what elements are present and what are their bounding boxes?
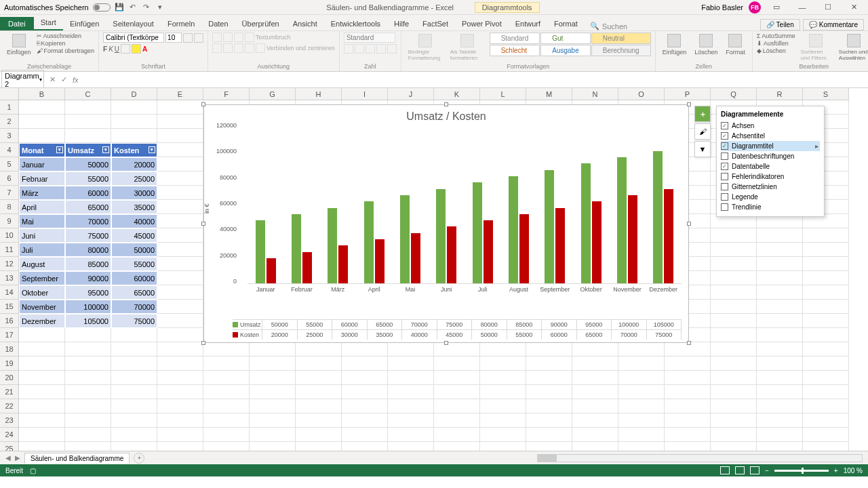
cell[interactable] xyxy=(665,413,711,428)
cell[interactable] xyxy=(711,271,757,285)
row-header-5[interactable]: 5 xyxy=(0,157,19,171)
sheet-tab-active[interactable]: Säulen- und Balkendiagramme xyxy=(24,453,130,464)
col-header-E[interactable]: E xyxy=(157,88,203,100)
cell[interactable]: Oktober xyxy=(19,285,65,300)
cell[interactable] xyxy=(434,342,480,357)
cell[interactable]: Dezember xyxy=(19,314,65,328)
chart-handle-bm[interactable] xyxy=(444,341,448,345)
cell[interactable] xyxy=(803,228,849,243)
cell[interactable] xyxy=(296,413,342,428)
col-header-I[interactable]: I xyxy=(342,88,388,100)
col-header-L[interactable]: L xyxy=(480,88,526,100)
chart-styles-button[interactable]: 🖌 xyxy=(694,123,711,140)
cell[interactable] xyxy=(803,357,849,371)
row-header-19[interactable]: 19 xyxy=(0,357,19,371)
tab-daten[interactable]: Daten xyxy=(201,17,235,30)
redo-icon[interactable]: ↷ xyxy=(142,3,151,12)
cell[interactable] xyxy=(526,342,572,357)
cell[interactable] xyxy=(480,357,526,371)
cell[interactable] xyxy=(342,428,388,442)
style-standard[interactable]: Standard xyxy=(490,33,540,44)
cell[interactable] xyxy=(618,442,665,451)
cell[interactable]: Januar xyxy=(19,157,65,171)
style-berechnung[interactable]: Berechnung xyxy=(591,45,651,56)
style-neutral[interactable]: Neutral xyxy=(591,33,651,44)
tab-einfuegen[interactable]: Einfügen xyxy=(63,17,106,30)
cell[interactable] xyxy=(665,357,711,371)
cell[interactable] xyxy=(19,371,65,385)
cell[interactable] xyxy=(757,314,803,328)
cell[interactable] xyxy=(157,243,203,257)
fill-color-icon[interactable] xyxy=(132,44,141,54)
cell[interactable]: 20000 xyxy=(111,157,157,171)
cell[interactable] xyxy=(803,328,849,342)
cell[interactable] xyxy=(803,428,849,442)
cell[interactable] xyxy=(757,342,803,357)
cell[interactable] xyxy=(711,413,757,428)
horizontal-scrollbar[interactable] xyxy=(537,454,863,462)
cell[interactable] xyxy=(296,357,342,371)
row-header-2[interactable]: 2 xyxy=(0,115,19,129)
format-cells-button[interactable]: Format xyxy=(723,33,748,57)
cell[interactable] xyxy=(65,129,111,143)
cell[interactable] xyxy=(757,385,803,399)
checkbox[interactable]: ✓ xyxy=(721,122,728,129)
cell[interactable] xyxy=(572,428,618,442)
dec-decimal-icon[interactable] xyxy=(387,44,397,54)
cell[interactable] xyxy=(526,413,572,428)
row-header-13[interactable]: 13 xyxy=(0,271,19,285)
cell[interactable] xyxy=(65,357,111,371)
cell[interactable] xyxy=(803,257,849,271)
cell[interactable]: 80000 xyxy=(65,243,111,257)
cell[interactable] xyxy=(618,428,665,442)
align-left-icon[interactable] xyxy=(212,43,222,53)
row-header-3[interactable]: 3 xyxy=(0,129,19,143)
cell[interactable] xyxy=(65,115,111,129)
cell[interactable] xyxy=(572,385,618,399)
file-tab[interactable]: Datei xyxy=(0,17,34,30)
col-header-H[interactable]: H xyxy=(296,88,342,100)
chart-element-item[interactable]: Fehlerindikatoren xyxy=(721,171,820,182)
checkbox[interactable]: ✓ xyxy=(721,163,728,170)
cell[interactable] xyxy=(250,442,296,451)
cell[interactable] xyxy=(157,257,203,271)
row-header-11[interactable]: 11 xyxy=(0,243,19,257)
cell[interactable] xyxy=(250,371,296,385)
cell[interactable] xyxy=(618,413,665,428)
cell[interactable] xyxy=(19,399,65,413)
cell[interactable] xyxy=(803,300,849,314)
row-header-17[interactable]: 17 xyxy=(0,328,19,342)
cell[interactable] xyxy=(572,371,618,385)
cell[interactable] xyxy=(757,428,803,442)
sheet-nav-prev-icon[interactable]: ◀ xyxy=(5,454,11,462)
cell[interactable] xyxy=(572,357,618,371)
chart-title[interactable]: Umsatz / Kosten xyxy=(204,105,688,125)
cell[interactable]: April xyxy=(19,200,65,214)
cell[interactable] xyxy=(157,271,203,285)
cell[interactable] xyxy=(711,357,757,371)
row-header-4[interactable]: 4 xyxy=(0,143,19,157)
cell[interactable] xyxy=(618,357,665,371)
style-ausgabe[interactable]: Ausgabe xyxy=(540,45,590,56)
merge-button[interactable]: Verbinden und zentrieren xyxy=(267,45,335,52)
clear-button[interactable]: ◆ Löschen xyxy=(757,47,795,54)
cell[interactable] xyxy=(803,399,849,413)
zoom-level[interactable]: 100 % xyxy=(844,467,863,474)
percent-icon[interactable] xyxy=(355,44,364,54)
cell[interactable] xyxy=(111,129,157,143)
cell[interactable]: 75000 xyxy=(111,314,157,328)
cond-format-button[interactable]: Bedingte Formatierung xyxy=(406,33,445,62)
cell[interactable] xyxy=(480,342,526,357)
cell[interactable] xyxy=(526,399,572,413)
row-header-15[interactable]: 15 xyxy=(0,300,19,314)
cell[interactable]: Juni xyxy=(19,228,65,243)
tab-seitenlayout[interactable]: Seitenlayout xyxy=(106,17,161,30)
cell[interactable] xyxy=(157,214,203,228)
style-gut[interactable]: Gut xyxy=(540,33,590,44)
cell[interactable] xyxy=(157,328,203,342)
cell[interactable] xyxy=(388,428,434,442)
cell[interactable] xyxy=(803,385,849,399)
chart-handle-mr[interactable] xyxy=(687,222,691,226)
cell[interactable]: 85000 xyxy=(65,257,111,271)
chart-element-item[interactable]: Gitternetzlinien xyxy=(721,182,820,192)
